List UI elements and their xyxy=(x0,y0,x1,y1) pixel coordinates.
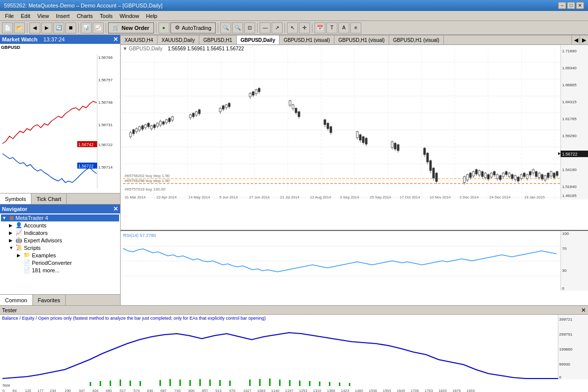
mw-symbol-label: GBPUSD xyxy=(1,45,20,50)
nav-tab-favorites[interactable]: Favorites xyxy=(33,295,66,305)
toolbar-chart[interactable]: 📊 xyxy=(81,22,92,33)
svg-rect-146 xyxy=(490,173,492,177)
svg-text:347: 347 xyxy=(79,389,85,392)
svg-text:1.51640: 1.51640 xyxy=(562,185,577,189)
menu-edit[interactable]: Edit xyxy=(18,12,33,19)
svg-rect-188 xyxy=(553,173,555,178)
svg-rect-227 xyxy=(140,381,141,386)
svg-rect-178 xyxy=(538,173,540,178)
svg-text:1876: 1876 xyxy=(452,389,461,392)
svg-rect-138 xyxy=(478,171,480,175)
svg-text:970: 970 xyxy=(229,389,236,392)
menu-file[interactable]: File xyxy=(2,12,17,19)
maximize-btn[interactable]: □ xyxy=(567,2,575,9)
svg-text:743: 743 xyxy=(174,389,181,392)
nav-item-period-converter[interactable]: ▶ 📄 PeriodConverter xyxy=(1,259,119,266)
tab-arrow-left[interactable]: ◀ xyxy=(572,35,580,44)
toolbar-crosshair[interactable]: ✛ xyxy=(299,22,310,33)
chart-tab-gbpusd-daily[interactable]: GBPUSD,Daily xyxy=(237,35,280,44)
svg-text:1.56748: 1.56748 xyxy=(98,100,113,105)
toolbar-indicators[interactable]: A xyxy=(338,22,349,33)
svg-rect-207 xyxy=(561,231,588,291)
svg-text:290: 290 xyxy=(65,389,71,392)
tab-arrow-right[interactable]: ▶ xyxy=(580,35,588,44)
svg-rect-242 xyxy=(309,381,310,386)
sep2 xyxy=(78,23,79,33)
nav-item-expert-advisors[interactable]: ▶ 🤖 Expert Advisors xyxy=(1,236,119,244)
nav-item-examples[interactable]: ▶ 📁 Examples xyxy=(1,251,119,259)
minimize-btn[interactable]: – xyxy=(558,2,566,9)
chart-tab-gbpusd-h1-visual1[interactable]: GBPUSD,H1 (visual) xyxy=(280,35,334,44)
nav-item-accounts[interactable]: ▶ 👤 Accounts xyxy=(1,221,119,229)
toolbar-new[interactable]: 📄 xyxy=(2,22,13,33)
nav-item-scripts[interactable]: ▼ 📜 Scripts xyxy=(1,244,119,251)
svg-rect-74 xyxy=(219,108,221,112)
menu-charts[interactable]: Charts xyxy=(74,12,96,19)
svg-rect-170 xyxy=(526,175,528,179)
menu-tools[interactable]: Tools xyxy=(97,12,116,19)
new-order-button[interactable]: 🛒 New Order xyxy=(108,22,154,33)
svg-rect-46 xyxy=(145,125,147,128)
svg-text:1.64315: 1.64315 xyxy=(562,100,577,104)
svg-rect-162 xyxy=(514,176,516,180)
navigator-close[interactable]: ✕ xyxy=(113,206,118,212)
close-window-btn[interactable]: ✕ xyxy=(576,2,584,9)
svg-text:22 Apr 2014: 22 Apr 2014 xyxy=(156,195,176,199)
nav-item-indicators[interactable]: ▶ 📈 Indicators xyxy=(1,229,119,236)
svg-rect-36 xyxy=(130,133,132,137)
toolbar-template[interactable]: T xyxy=(326,22,337,33)
toolbar-green-circle[interactable]: ● xyxy=(158,22,169,33)
toolbar-refresh[interactable]: 🔄 xyxy=(53,22,64,33)
tester-close[interactable]: ✕ xyxy=(581,307,586,313)
toolbar-period[interactable]: 📅 xyxy=(314,22,325,33)
chart-tab-xauusd-h4[interactable]: XAUUSD,H4 xyxy=(121,35,157,44)
chart-tab-gbpusd-h1-visual2[interactable]: GBPUSD,H1 (visual) xyxy=(334,35,389,44)
svg-text:2 Dec 2014: 2 Dec 2014 xyxy=(459,195,478,199)
toolbar-zoom-out[interactable]: 🔍 xyxy=(232,22,243,33)
toolbar-chart2[interactable]: 📈 xyxy=(93,22,104,33)
tab-tick-chart[interactable]: Tick Chart xyxy=(31,194,67,204)
toolbar-line[interactable]: — xyxy=(260,22,271,33)
svg-rect-78 xyxy=(225,105,227,108)
nav-icon-mt4: 🖥 xyxy=(8,215,14,221)
tab-symbols[interactable]: Symbols xyxy=(0,194,31,204)
toolbar-more[interactable]: ≡ xyxy=(350,22,361,33)
svg-text:299791: 299791 xyxy=(559,332,573,337)
toolbar-back[interactable]: ◀ xyxy=(29,22,40,33)
toolbar-cursor[interactable]: ↖ xyxy=(287,22,298,33)
svg-rect-102 xyxy=(330,127,332,133)
market-watch-close[interactable]: ✕ xyxy=(113,36,118,42)
chart-tab-gbpusd-h1-visual3[interactable]: GBPUSD,H1 (visual) xyxy=(389,35,444,44)
svg-rect-238 xyxy=(269,379,271,386)
svg-text:19 Jan 2015: 19 Jan 2015 xyxy=(524,195,545,199)
nav-item-more[interactable]: ▶ 📄 181 more... xyxy=(1,266,119,274)
svg-rect-148 xyxy=(493,172,495,175)
svg-text:177: 177 xyxy=(37,389,44,392)
svg-rect-180 xyxy=(541,175,543,179)
menu-view[interactable]: View xyxy=(34,12,52,19)
menu-help[interactable]: Help xyxy=(143,12,160,19)
nav-icon-examples: 📁 xyxy=(23,252,30,258)
chart-tab-gbpusd-h1[interactable]: GBPUSD,H1 xyxy=(199,35,237,44)
toolbar-open[interactable]: 📂 xyxy=(14,22,25,33)
autotrading-label: AutoTrading xyxy=(182,25,212,31)
svg-text:1310: 1310 xyxy=(313,389,321,392)
tester-chart-area: Balance / Equity / Open prices only (fas… xyxy=(0,315,588,392)
svg-rect-76 xyxy=(222,106,224,109)
menu-insert[interactable]: Insert xyxy=(53,12,73,19)
toolbar-stop[interactable]: ⏹ xyxy=(65,22,76,33)
svg-text:517: 517 xyxy=(120,389,126,392)
toolbar-zoom-fit[interactable]: ⊡ xyxy=(244,22,255,33)
toolbar-forward[interactable]: ▶ xyxy=(41,22,52,33)
toolbar-arrow[interactable]: ↗ xyxy=(272,22,283,33)
svg-rect-120 xyxy=(427,153,429,162)
chart-tab-xauusd-daily[interactable]: XAUUSD,Daily xyxy=(157,35,199,44)
nav-item-metatrader4[interactable]: ▼ 🖥 MetaTrader 4 xyxy=(1,214,119,221)
toolbar: 📄 📂 ◀ ▶ 🔄 ⏹ 📊 📈 🛒 New Order ● ⚙ AutoTrad… xyxy=(0,21,588,35)
autotrading-button[interactable]: ⚙ AutoTrading xyxy=(170,22,216,33)
nav-icon-accounts: 👤 xyxy=(15,222,22,228)
toolbar-zoom-in[interactable]: 🔍 xyxy=(220,22,231,33)
svg-rect-172 xyxy=(529,172,531,175)
nav-tab-common[interactable]: Common xyxy=(0,295,33,305)
menu-window[interactable]: Window xyxy=(117,12,142,19)
